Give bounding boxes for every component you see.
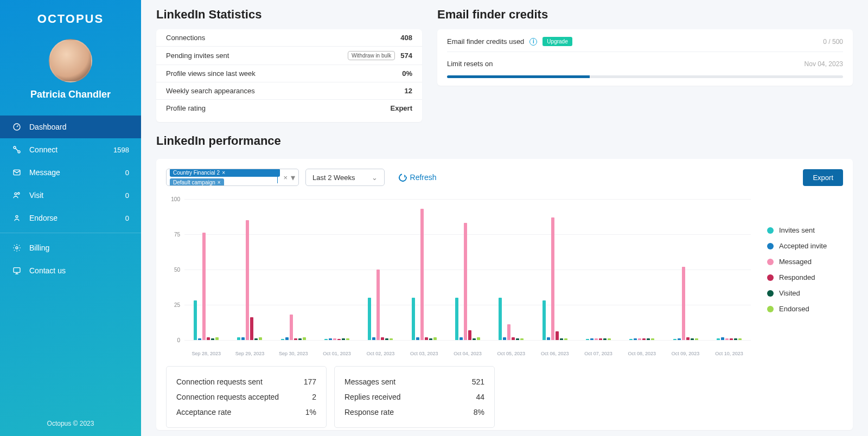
x-axis-label: Sep 28, 2023	[184, 351, 228, 356]
bar-invites-sent	[237, 337, 240, 340]
summary-value: 521	[472, 377, 484, 386]
legend-label: Messaged	[779, 258, 812, 266]
stat-label: Profile views since last week	[166, 69, 256, 78]
bar-messaged	[725, 338, 729, 340]
period-label: Last 2 Weeks	[312, 174, 355, 182]
legend-item[interactable]: Responded	[767, 273, 843, 281]
bar-endorsed	[520, 338, 524, 340]
bar-messaged	[638, 338, 641, 340]
legend-item[interactable]: Messaged	[767, 258, 843, 266]
bar-accepted-invite	[503, 337, 506, 340]
withdraw-button[interactable]: Withdraw in bulk	[348, 51, 395, 60]
bar-messaged	[551, 217, 554, 340]
credits-title: Email finder credits	[437, 8, 853, 22]
sidebar-item-connect[interactable]: Connect1598	[0, 138, 141, 161]
export-button[interactable]: Export	[803, 169, 843, 186]
bar-accepted-invite	[590, 338, 593, 340]
sidebar-item-count: 0	[125, 191, 129, 200]
legend-dot	[767, 290, 774, 297]
sidebar-item-billing[interactable]: Billing	[0, 236, 141, 259]
stat-row: Connections408	[156, 29, 422, 46]
summary-messages: Messages sent521Replies received44Respon…	[334, 366, 495, 428]
bar-accepted-invite	[721, 337, 724, 340]
summary-line: Messages sent521	[344, 374, 484, 389]
svg-point-7	[16, 247, 18, 249]
bar-responded	[425, 337, 428, 340]
legend-item[interactable]: Accepted invite	[767, 242, 843, 250]
legend-label: Invites sent	[779, 226, 815, 234]
sidebar-item-label: Billing	[29, 243, 129, 252]
main-content: LinkedIn Statistics Connections408Pendin…	[141, 0, 868, 436]
legend-item[interactable]: Visited	[767, 289, 843, 297]
stat-value: Expert	[391, 104, 412, 112]
bar-endorsed	[303, 337, 306, 340]
reset-label: Limit resets on	[447, 60, 493, 68]
sidebar-item-label: Message	[29, 168, 125, 177]
stat-label: Profile rating	[166, 104, 206, 112]
upgrade-button[interactable]: Upgrade	[542, 37, 572, 46]
sidebar-item-message[interactable]: Message0	[0, 161, 141, 184]
sidebar-item-dashboard[interactable]: Dashboard	[0, 116, 141, 138]
bar-endorsed	[564, 338, 567, 340]
bar-responded	[730, 338, 733, 340]
summary-value: 8%	[474, 408, 484, 416]
x-axis-label: Oct 03, 2023	[403, 351, 446, 356]
x-axis-label: Sep 30, 2023	[272, 351, 315, 356]
bar-responded	[250, 317, 253, 340]
bar-messaged	[376, 270, 380, 340]
bar-endorsed	[346, 338, 349, 340]
summary-line: Replies received44	[344, 389, 484, 405]
summary-value: 2	[312, 393, 316, 401]
close-icon[interactable]: ×	[222, 170, 225, 176]
bar-invites-sent	[586, 339, 589, 340]
bar-visited	[211, 338, 214, 340]
legend-item[interactable]: Invites sent	[767, 226, 843, 234]
bar-visited	[298, 338, 302, 340]
bar-invites-sent	[717, 338, 720, 340]
bar-responded	[294, 338, 297, 340]
endorse-icon	[12, 213, 22, 223]
bar-endorsed	[477, 337, 480, 340]
bar-messaged	[595, 338, 598, 340]
chevron-down-icon[interactable]: ▾	[291, 172, 295, 183]
sidebar-item-visit[interactable]: Visit0	[0, 184, 141, 207]
sidebar-item-label: Dashboard	[29, 123, 129, 131]
close-icon[interactable]: ×	[218, 179, 221, 185]
bar-endorsed	[390, 338, 393, 340]
legend-dot	[767, 259, 774, 265]
refresh-button[interactable]: Refresh	[399, 173, 437, 182]
performance-card: Country Financial 2 × Default campaign ×…	[156, 159, 853, 430]
credits-progress	[447, 75, 843, 78]
summary-label: Messages sent	[344, 377, 395, 386]
svg-point-5	[18, 193, 20, 194]
avatar[interactable]	[49, 39, 92, 82]
bar-visited	[473, 338, 476, 340]
legend-dot	[767, 227, 774, 234]
stat-value: 12	[405, 87, 412, 95]
bar-invites-sent	[324, 339, 328, 340]
bar-visited	[342, 338, 345, 340]
bar-accepted-invite	[678, 338, 681, 340]
sidebar-item-count: 0	[125, 169, 129, 177]
bar-accepted-invite	[241, 337, 245, 340]
credits-used-label: Email finder credits used	[447, 37, 524, 46]
legend-item[interactable]: Endorsed	[767, 305, 843, 313]
bar-visited	[429, 338, 432, 340]
legend-dot	[767, 274, 774, 281]
sidebar-item-endorse[interactable]: Endorse0	[0, 207, 141, 229]
period-selector[interactable]: Last 2 Weeks ⌄	[305, 169, 385, 186]
bar-invites-sent	[368, 298, 371, 340]
svg-point-4	[15, 193, 17, 195]
summary-label: Replies received	[344, 393, 401, 401]
sidebar-item-contact-us[interactable]: Contact us	[0, 259, 141, 282]
clear-selection-icon[interactable]: ×	[283, 174, 288, 182]
bar-accepted-invite	[329, 338, 332, 340]
chevron-down-icon: ⌄	[372, 174, 378, 182]
campaign-selector[interactable]: Country Financial 2 × Default campaign ×…	[166, 169, 299, 186]
bar-messaged	[290, 315, 293, 340]
info-icon[interactable]: i	[529, 38, 537, 46]
bar-invites-sent	[673, 339, 676, 340]
bar-invites-sent	[499, 298, 502, 340]
x-axis-label: Oct 02, 2023	[359, 351, 402, 356]
visit-icon	[12, 190, 22, 200]
